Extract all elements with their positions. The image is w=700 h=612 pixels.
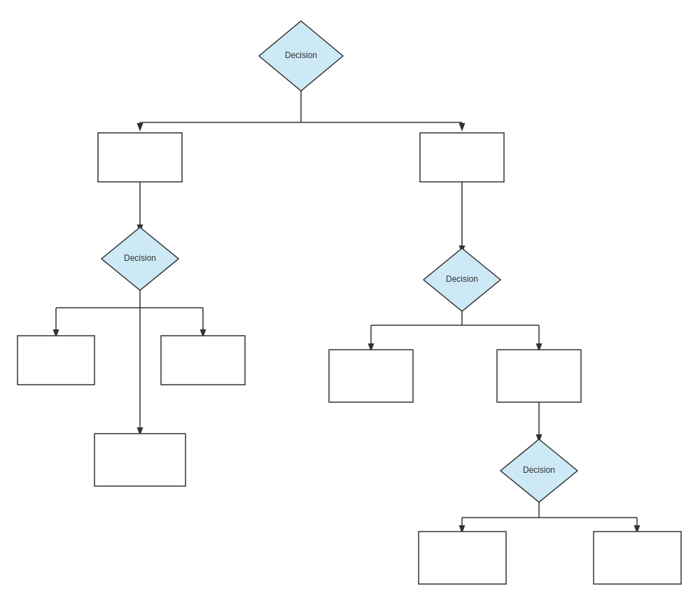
rr-rect	[497, 350, 581, 402]
rr-decision-label: Decision	[523, 465, 555, 475]
lm-rect	[161, 336, 245, 385]
rl-rect	[329, 350, 413, 402]
right-decision-label: Decision	[446, 274, 478, 284]
root-decision-label: Decision	[285, 50, 317, 60]
left-rect1	[98, 133, 182, 182]
ll-rect	[18, 336, 94, 385]
lc-rect	[94, 434, 186, 486]
right-rect1	[420, 133, 504, 182]
rrr-rect	[594, 532, 681, 584]
left-decision-label: Decision	[124, 253, 156, 263]
rrl-rect	[419, 532, 506, 584]
